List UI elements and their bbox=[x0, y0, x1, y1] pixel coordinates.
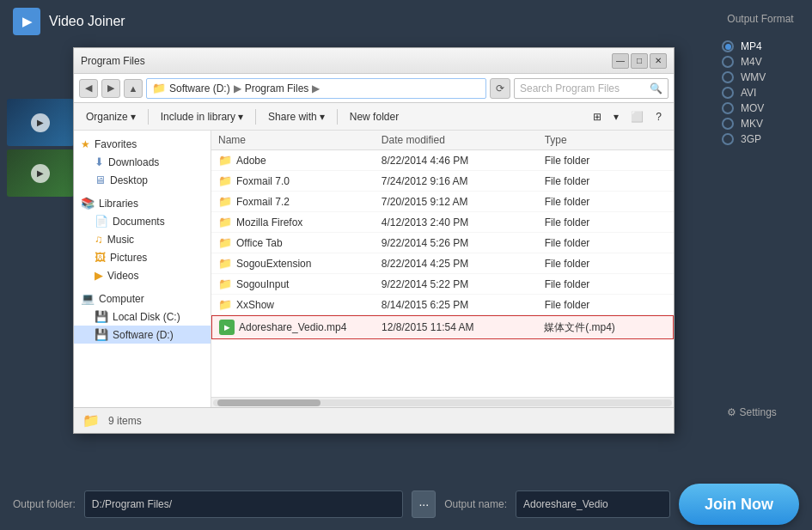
file-row[interactable]: 📁Foxmail 7.07/24/2012 9:16 AMFile folder bbox=[211, 171, 674, 192]
pictures-icon: 🖼 bbox=[95, 251, 106, 264]
format-option-avi[interactable]: AVI bbox=[722, 85, 799, 101]
join-now-button[interactable]: Join Now bbox=[679, 484, 799, 525]
preview-pane-button[interactable]: ⬜ bbox=[626, 108, 649, 125]
nav-local-disk[interactable]: 💾 Local Disk (C:) bbox=[74, 308, 211, 326]
file-name: 📁Office Tab bbox=[218, 236, 382, 249]
output-name-field[interactable]: Adoreshare_Vedio bbox=[516, 490, 670, 518]
folder-icon: 📁 bbox=[218, 154, 232, 167]
music-icon: ♫ bbox=[95, 233, 103, 246]
dialog-minimize-button[interactable]: — bbox=[612, 53, 629, 69]
forward-button[interactable]: ▶ bbox=[101, 79, 120, 98]
file-row[interactable]: 📁SogouExtension8/22/2014 4:25 PMFile fol… bbox=[211, 253, 674, 274]
file-row[interactable]: ▶Adoreshare_Vedio.mp412/8/2015 11:54 AM媒… bbox=[211, 315, 674, 339]
favorites-label: Favorites bbox=[95, 138, 137, 150]
video-thumbnails: ▶ ▶ bbox=[0, 94, 77, 455]
toolbar-divider-3 bbox=[337, 109, 338, 125]
output-format-label: Output Format bbox=[727, 13, 793, 25]
format-option-mov[interactable]: MOV bbox=[722, 101, 799, 116]
view-grid-button[interactable]: ⊞ bbox=[588, 108, 607, 125]
folder-icon: 📁 bbox=[218, 257, 232, 270]
favorites-group[interactable]: ★ Favorites bbox=[74, 136, 211, 153]
status-folder-icon: 📁 bbox=[82, 412, 100, 429]
file-name: 📁XxShow bbox=[218, 298, 382, 311]
file-row[interactable]: 📁XxShow8/14/2015 6:25 PMFile folder bbox=[211, 295, 674, 315]
view-chevron-button[interactable]: ▾ bbox=[608, 108, 624, 125]
thumbnail-1[interactable]: ▶ bbox=[7, 99, 74, 146]
dialog-maximize-button[interactable]: □ bbox=[631, 53, 648, 69]
format-option-wmv[interactable]: WMV bbox=[722, 70, 799, 85]
thumbnail-2[interactable]: ▶ bbox=[7, 149, 74, 197]
format-option-m4v[interactable]: M4V bbox=[722, 54, 799, 70]
radio-circle-mkv bbox=[722, 118, 734, 130]
file-date: 9/22/2014 5:26 PM bbox=[382, 237, 545, 249]
videos-icon: ▶ bbox=[95, 269, 103, 282]
column-date: Date modified bbox=[382, 134, 545, 146]
search-box[interactable]: Search Program Files 🔍 bbox=[514, 78, 669, 99]
folder-icon: 📁 bbox=[218, 195, 232, 208]
favorites-star-icon: ★ bbox=[81, 138, 90, 150]
nav-music[interactable]: ♫ Music bbox=[74, 230, 211, 248]
share-chevron-icon: ▾ bbox=[320, 111, 325, 123]
format-option-mp4[interactable]: MP4 bbox=[722, 39, 799, 54]
folder-icon: 📁 bbox=[218, 174, 232, 187]
local-disk-icon: 💾 bbox=[95, 310, 108, 323]
file-row[interactable]: 📁Adobe8/22/2014 4:46 PMFile folder bbox=[211, 150, 674, 171]
nav-videos[interactable]: ▶ Videos bbox=[74, 266, 211, 284]
nav-pictures[interactable]: 🖼 Pictures bbox=[74, 248, 211, 266]
up-button[interactable]: ▲ bbox=[124, 79, 143, 98]
pictures-label: Pictures bbox=[110, 252, 147, 264]
scroll-thumb[interactable] bbox=[217, 399, 321, 406]
format-label-wmv: WMV bbox=[741, 71, 766, 83]
radio-circle-mov bbox=[722, 102, 734, 114]
nav-software-drive[interactable]: 💾 Software (D:) bbox=[74, 326, 211, 344]
play-icon-2: ▶ bbox=[31, 164, 50, 183]
file-date: 8/22/2014 4:25 PM bbox=[382, 258, 545, 270]
library-chevron-icon: ▾ bbox=[238, 111, 243, 123]
address-path[interactable]: 📁 Software (D:) ▶ Program Files ▶ bbox=[146, 78, 486, 99]
file-date: 4/12/2013 2:40 PM bbox=[382, 216, 545, 228]
file-row[interactable]: 📁SogouInput9/22/2014 5:22 PMFile folder bbox=[211, 274, 674, 295]
format-option-mkv[interactable]: MKV bbox=[722, 116, 799, 131]
include-library-button[interactable]: Include in library ▾ bbox=[156, 108, 248, 125]
radio-circle-m4v bbox=[722, 56, 734, 68]
nav-documents[interactable]: 📄 Documents bbox=[74, 212, 211, 230]
file-name: 📁SogouExtension bbox=[218, 257, 382, 270]
format-option-3gp[interactable]: 3GP bbox=[722, 131, 799, 147]
format-label-m4v: M4V bbox=[741, 56, 762, 68]
file-list-area: ★ Favorites ⬇ Downloads 🖥 Desktop 📚 Libr… bbox=[74, 131, 674, 407]
file-row[interactable]: 📁Mozilla Firefox4/12/2013 2:40 PMFile fo… bbox=[211, 212, 674, 233]
computer-label: Computer bbox=[99, 293, 144, 305]
share-with-button[interactable]: Share with ▾ bbox=[263, 108, 330, 125]
file-date: 7/24/2012 9:16 AM bbox=[382, 175, 545, 187]
format-label-mkv: MKV bbox=[741, 118, 763, 130]
refresh-button[interactable]: ⟳ bbox=[490, 78, 510, 99]
browse-button[interactable]: ··· bbox=[412, 490, 436, 518]
libraries-group[interactable]: 📚 Libraries bbox=[74, 194, 211, 212]
nav-downloads[interactable]: ⬇ Downloads bbox=[74, 153, 211, 171]
settings-button[interactable]: ⚙ Settings bbox=[727, 406, 777, 418]
file-type: File folder bbox=[545, 258, 667, 270]
new-folder-button[interactable]: New folder bbox=[345, 108, 404, 125]
software-drive-icon: 💾 bbox=[95, 328, 108, 341]
title-bar: ▶ Video Joiner — □ ✕ bbox=[0, 0, 812, 43]
dialog-close-button[interactable]: ✕ bbox=[650, 53, 667, 69]
folder-icon: 📁 bbox=[218, 216, 232, 228]
search-placeholder: Search Program Files bbox=[520, 82, 620, 94]
output-folder-path[interactable]: D:/Program Files/ bbox=[84, 490, 404, 518]
back-button[interactable]: ◀ bbox=[79, 79, 98, 98]
horizontal-scrollbar[interactable] bbox=[211, 397, 674, 407]
nav-desktop[interactable]: 🖥 Desktop bbox=[74, 171, 211, 189]
file-row[interactable]: 📁Foxmail 7.27/20/2015 9:12 AMFile folder bbox=[211, 192, 674, 212]
file-row[interactable]: 📁Office Tab9/22/2014 5:26 PMFile folder bbox=[211, 233, 674, 253]
file-type: File folder bbox=[545, 155, 667, 167]
software-drive-label: Software (D:) bbox=[113, 329, 174, 341]
organize-button[interactable]: Organize ▾ bbox=[81, 108, 141, 125]
libraries-icon: 📚 bbox=[81, 197, 95, 210]
play-icon-1: ▶ bbox=[31, 113, 50, 132]
file-type: File folder bbox=[545, 196, 667, 208]
computer-group[interactable]: 💻 Computer bbox=[74, 289, 211, 308]
folder-icon: 📁 bbox=[218, 236, 232, 249]
search-icon: 🔍 bbox=[650, 82, 662, 94]
help-button[interactable]: ? bbox=[650, 108, 667, 125]
radio-circle-mp4 bbox=[722, 40, 734, 52]
